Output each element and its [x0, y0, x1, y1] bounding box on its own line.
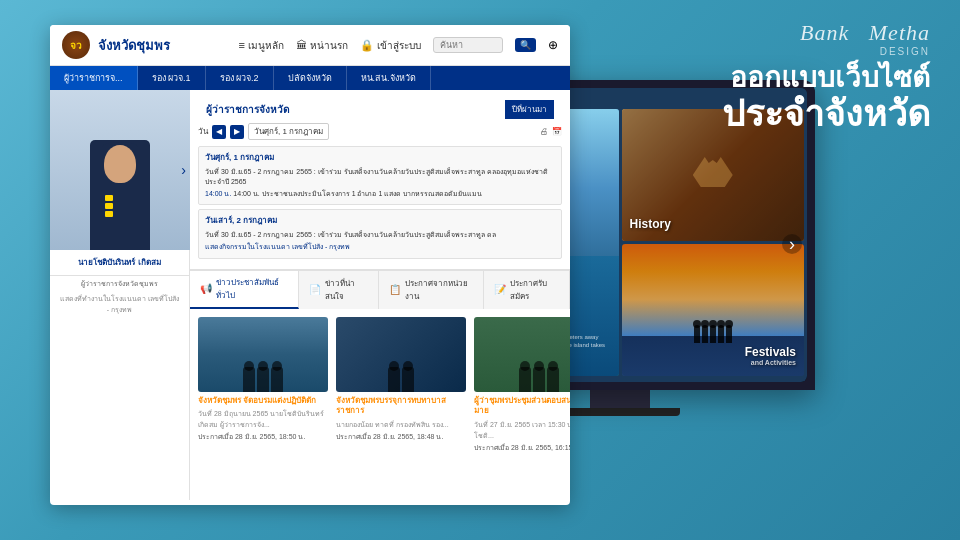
history-label: History	[630, 217, 671, 231]
bottom-tab-announce[interactable]: 📋 ประกาศจากหน่วยงาน	[379, 271, 484, 309]
medal-1	[105, 195, 113, 201]
news-item-2: 14:00 น. 14:00 น. ประชาชนลงประมินโครงการ…	[205, 189, 555, 199]
tab-office[interactable]: หน.สน.จังหวัด	[347, 66, 431, 90]
brand-name2: Metha	[869, 20, 930, 45]
festivals-label: Festivals and Activities	[745, 345, 796, 366]
person-3c	[547, 367, 559, 392]
bottom-tab-interesting[interactable]: 📄 ข่าวที่น่าสนใจ	[299, 271, 379, 309]
tab-deputy2[interactable]: รอง ผวจ.2	[206, 66, 274, 90]
date-next-btn[interactable]: ▶	[230, 125, 244, 139]
site-nav-tabs: ผู้ว่าราชการจ... รอง ผวจ.1 รอง ผวจ.2 ปลั…	[50, 66, 570, 90]
brand-sub-title: ประจำจังหวัด	[722, 94, 930, 134]
tools-area: 🖨 📅	[540, 127, 562, 136]
tab-district[interactable]: ปลัดจังหวัด	[274, 66, 347, 90]
governor-change: แสดงที่ทำงานในโรงแนนดา เลขที่โปสัง - กรุ…	[50, 291, 189, 319]
bottom-tab-recruit[interactable]: 📝 ประกาศรับสมัคร	[484, 271, 570, 309]
person-3b	[533, 367, 545, 392]
site-content: › นายโชติบันรินทร์ เกิดสม ผู้ว่าราชการจั…	[50, 90, 570, 500]
next-arrow[interactable]: ›	[782, 234, 802, 254]
governor-sidebar: › นายโชติบันรินทร์ เกิดสม ผู้ว่าราชการจั…	[50, 90, 190, 500]
date-nav: วัน ◀ ▶ วันศุกร์, 1 กรกฎาคม 🖨 📅	[198, 123, 562, 140]
bottom-tab-label-1: ข่าวประชาสัมพันธ์ทั่วไป	[216, 276, 288, 302]
card-announce-3: ประกาศเมื่อ 28 มิ.ย. 2565, 16:15 น.	[474, 443, 570, 452]
medal-2	[105, 203, 113, 209]
card-headline-3[interactable]: ผู้ว่าชุมพรประชุมส่วนตอบสนอดรลงมาย	[474, 396, 570, 417]
bottom-tab-label-2: ข่าวที่น่าสนใจ	[325, 277, 368, 303]
nav-login-label: เข้าสู่ระบบ	[377, 38, 421, 53]
gov-section-header: ผู้ว่าราชการจังหวัด ปีที่ผ่านมา	[198, 96, 562, 123]
nav-menu[interactable]: ≡ เมนูหลัก	[239, 38, 284, 53]
bottom-tabs: 📢 ข่าวประชาสัมพันธ์ทั่วไป 📄 ข่าวที่น่าสน…	[190, 271, 570, 309]
brand-name1: Bank	[800, 20, 849, 45]
card-headline-1[interactable]: จังหวัดชุมพร จัดอบรมแต่งปฏิบัติดัก	[198, 396, 328, 406]
person-1c	[271, 367, 283, 392]
news-text-2: 14:00 น. ประชาชนลงประมินโครงการ 1 อำเภอ …	[233, 190, 482, 197]
content-area: ผู้ว่าราชการจังหวัด ปีที่ผ่านมา วัน ◀ ▶ …	[190, 90, 570, 269]
monitor-stand	[590, 390, 650, 408]
silhouette-4	[718, 325, 724, 343]
card-date-2: นายกองน้อย ทาตที่ กรองทัพสิน รอง...	[336, 419, 466, 430]
festivals-title: Festivals	[745, 345, 796, 359]
tab-deputy1[interactable]: รอง ผวจ.1	[138, 66, 206, 90]
search-input[interactable]	[433, 37, 503, 53]
announce-icon: 📋	[389, 284, 401, 295]
card-headline-2[interactable]: จังหวัดชุมพรบรรจุการทบทาบาสราชการ	[336, 396, 466, 417]
section-tab-active[interactable]: ปีที่ผ่านมา	[505, 100, 554, 119]
megaphone-icon: 📢	[200, 283, 212, 294]
news-card-1: จังหวัดชุมพร จัดอบรมแต่งปฏิบัติดัก วันที…	[198, 317, 328, 452]
bottom-tab-label-4: ประกาศรับสมัคร	[510, 277, 559, 303]
person-2b	[402, 367, 414, 392]
building-icon: 🏛	[296, 39, 307, 51]
monitor-base	[560, 408, 680, 416]
branding-script-name: Bank Metha	[722, 20, 930, 46]
gov-head	[104, 145, 136, 183]
bottom-tab-label-3: ประกาศจากหน่วยงาน	[405, 277, 473, 303]
brand-design-label: DESIGN	[722, 46, 930, 57]
nav-building-label: หน่านรก	[310, 38, 348, 53]
bottom-section: 📢 ข่าวประชาสัมพันธ์ทั่วไป 📄 ข่าวที่น่าสน…	[190, 269, 570, 460]
logo-text: จว	[70, 38, 82, 53]
site-title: จังหวัดชุมพร	[98, 35, 170, 56]
tab-governor[interactable]: ผู้ว่าราชการจ...	[50, 66, 138, 90]
search-button[interactable]: 🔍	[515, 38, 536, 52]
card-people-3	[474, 367, 570, 392]
news-text-1: วันที่ 30 มิ.ย.65 - 2 กรกฎาคม 2565 : เข้…	[205, 168, 548, 185]
card-date-3: วันที่ 27 มิ.ย. 2565 เวลา 15:30 น. นายโช…	[474, 419, 570, 441]
card-announce-1: ประกาศเมื่อ 28 มิ.ย. 2565, 18:50 น.	[198, 432, 328, 441]
print-icon[interactable]: 🖨	[540, 127, 548, 136]
tab-deputy2-label: รอง ผวจ.2	[220, 73, 259, 83]
news-text-3: วันที่ 30 มิ.ย.65 - 2 กรกฎาคม 2565 : เข้…	[205, 231, 496, 238]
date-prefix: วัน	[198, 125, 208, 138]
card-image-1	[198, 317, 328, 392]
date-display: วันศุกร์, 1 กรกฎาคม	[248, 123, 329, 140]
section-tabs: ปีที่ผ่านมา	[505, 100, 554, 119]
gov-body	[90, 140, 150, 250]
news-section-day1: วันศุกร์, 1 กรกฎาคม วันที่ 30 มิ.ย.65 - …	[198, 146, 562, 205]
section-title: ผู้ว่าราชการจังหวัด	[206, 102, 290, 117]
card-date-1: วันที่ 28 มิถุนายน 2565 นายโชติบันรินทร์…	[198, 408, 328, 430]
tab-deputy1-label: รอง ผวจ.1	[152, 73, 191, 83]
nav-building[interactable]: 🏛 หน่านรก	[296, 38, 348, 53]
gov-next-arrow[interactable]: ›	[181, 162, 186, 178]
tab-governor-label: ผู้ว่าราชการจ...	[64, 73, 123, 83]
share-icon[interactable]: ⊕	[548, 38, 558, 52]
card-image-2	[336, 317, 466, 392]
news-date-2: วันเสาร์, 2 กรกฎาคม	[205, 214, 555, 227]
governor-photo: ›	[50, 90, 190, 250]
festivals-subtitle: and Activities	[745, 359, 796, 366]
bottom-tab-public-news[interactable]: 📢 ข่าวประชาสัมพันธ์ทั่วไป	[190, 271, 299, 309]
festivals-cell[interactable]: Festivals and Activities	[622, 244, 805, 376]
tab-district-label: ปลัดจังหวัด	[288, 73, 332, 83]
news-more-link[interactable]: แสดงกิจกรรมในโรงแนนดา เลขที่โปสัง - กรุง…	[205, 242, 555, 252]
calendar-icon[interactable]: 📅	[552, 127, 562, 136]
news-cards: จังหวัดชุมพร จัดอบรมแต่งปฏิบัติดัก วันที…	[190, 309, 570, 460]
tab-office-label: หน.สน.จังหวัด	[361, 73, 416, 83]
card-people-1	[198, 367, 328, 392]
nav-login[interactable]: 🔒 เข้าสู่ระบบ	[360, 38, 421, 53]
news-icon: 📄	[309, 284, 321, 295]
person-3a	[519, 367, 531, 392]
date-prev-btn[interactable]: ◀	[212, 125, 226, 139]
news-time: 14:00 น.	[205, 190, 233, 197]
card-image-3	[474, 317, 570, 392]
silhouette-3	[710, 325, 716, 343]
